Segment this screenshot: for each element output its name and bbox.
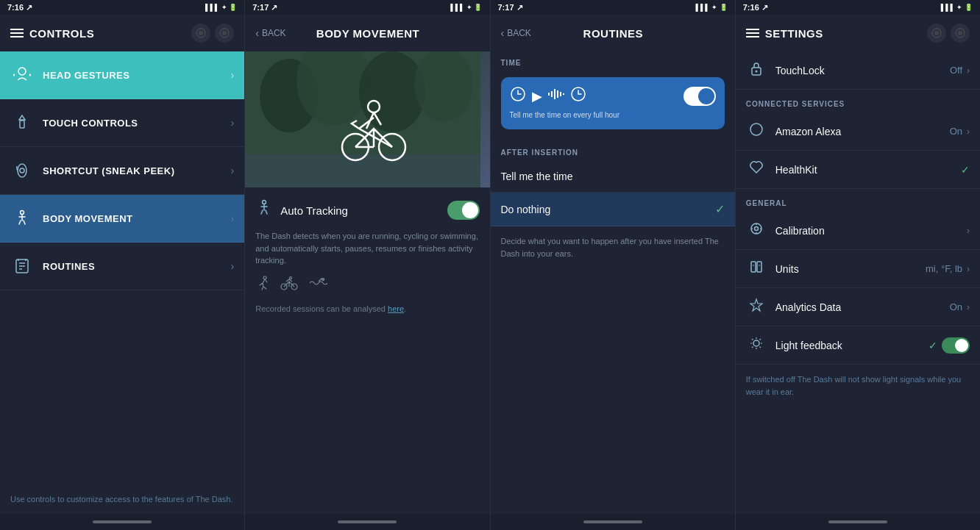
svg-point-40 [751,223,761,234]
healthkit-check: ✓ [961,164,970,176]
running-icon [255,276,270,294]
svg-rect-27 [551,91,553,97]
units-value: mi, °F, lb [926,263,962,274]
waveform-icon [548,88,564,104]
svg-rect-31 [563,93,564,95]
after-insertion-section: AFTER INSERTION Tell me the time Do noth… [491,141,735,226]
tracking-description: The Dash detects when you are running, c… [255,230,479,267]
svg-point-7 [20,168,24,173]
routines-back[interactable]: ‹ BACK [501,27,531,39]
settings-earbud-left [927,24,946,43]
routines-title: ROUTINES [583,27,644,40]
body-movement-label: BODY MOVEMENT [43,213,133,224]
status-segment-4: 7:16 ↗ ▌▌▌ ✦ 🔋 [736,0,980,15]
light-feedback-toggle[interactable] [942,337,970,354]
controls-footer: Use controls to customize access to the … [0,484,244,515]
analytics-icon [746,298,767,316]
body-movement-chevron: › [231,212,235,224]
settings-header-icons [927,24,970,43]
auto-tracking-toggle[interactable] [447,201,480,220]
amazon-alexa-row[interactable]: Amazon Alexa On › [736,112,980,151]
settings-earbud-right [951,24,970,43]
light-feedback-row[interactable]: Light feedback ✓ [736,326,980,365]
menu-body-movement[interactable]: BODY MOVEMENT › [0,195,244,243]
time-1: 7:16 ↗ [7,3,32,12]
settings-header: SETTINGS [736,15,980,51]
touch-controls-chevron: › [231,117,235,129]
settings-hamburger[interactable] [746,29,759,37]
svg-rect-15 [245,154,480,187]
general-label: GENERAL [736,189,980,212]
healthkit-icon [746,160,767,179]
body-movement-icon [10,207,34,230]
menu-shortcut[interactable]: SHORTCUT (SNEAK PEEK) › [0,147,244,195]
time-toggle[interactable] [683,87,716,106]
controls-title: CONTROLS [29,27,94,40]
screens-container: CONTROLS [0,15,980,514]
svg-point-4 [18,68,26,75]
controls-header-left: CONTROLS [10,27,94,40]
time-card: ▶ [501,77,725,129]
tell-time-label: Tell me the time [501,171,573,182]
touchlock-icon [746,61,767,79]
svg-rect-26 [548,93,550,96]
hamburger-icon[interactable] [10,29,24,37]
body-movement-content: Auto Tracking The Dash detects when you … [245,187,489,325]
svg-point-23 [290,276,292,279]
routines-header: ‹ BACK ROUTINES [491,15,735,51]
head-gestures-icon [10,63,34,87]
clock-icon [570,86,586,106]
time-2: 7:17 ↗ [252,3,277,12]
svg-point-3 [222,31,227,35]
settings-footer: If switched off The Dash will not show l… [736,365,980,407]
screen-body-movement: ‹ BACK BODY MOVEMENT [245,15,490,514]
here-link[interactable]: here [388,304,404,313]
svg-point-6 [18,164,26,177]
cycling-icon [280,276,298,294]
option-do-nothing[interactable]: Do nothing ✓ [491,193,735,226]
shortcut-label: SHORTCUT (SNEAK PEEK) [43,165,175,176]
units-chevron: › [967,264,970,274]
svg-rect-29 [557,90,558,98]
head-gestures-label: HEAD GESTURES [43,70,129,81]
touchlock-label: TouchLock [775,65,825,76]
option-tell-time[interactable]: Tell me the time [491,161,735,193]
analytics-row[interactable]: Analytics Data On › [736,288,980,326]
back-label: BACK [262,28,286,38]
calibration-chevron: › [967,226,970,236]
screen-settings: SETTINGS [736,15,980,514]
calibration-row[interactable]: Calibration › [736,212,980,250]
icons-1: ▌▌▌ ✦ 🔋 [205,4,237,11]
body-movement-header: ‹ BACK BODY MOVEMENT [245,15,489,51]
units-row[interactable]: Units mi, °F, lb › [736,250,980,288]
play-icon: ▶ [532,88,542,104]
earbud-icon-left [191,24,210,43]
amazon-alexa-icon [746,122,767,140]
menu-routines[interactable]: ROUTINES › [0,243,244,290]
routines-back-arrow: ‹ [501,27,505,39]
after-insertion-label: AFTER INSERTION [491,141,735,161]
svg-rect-5 [20,121,24,128]
calibration-icon [746,221,767,240]
time-section-label: TIME [491,51,735,71]
light-feedback-icon [746,336,767,354]
menu-head-gestures[interactable]: HEAD GESTURES › [0,51,244,99]
svg-point-41 [754,227,758,231]
svg-point-34 [934,31,939,35]
clock-start-icon [510,86,526,106]
touchlock-row[interactable]: TouchLock Off › [736,51,980,90]
recorded-text: Recorded sessions can be analysed here. [255,304,479,313]
decide-text: Decide what you want to happen after you… [491,226,735,268]
connected-services-label: CONNECTED SERVICES [736,90,980,112]
body-movement-back[interactable]: ‹ BACK [255,27,285,39]
amazon-alexa-chevron: › [967,126,970,137]
menu-touch-controls[interactable]: TOUCH CONTROLS › [0,99,244,147]
healthkit-row[interactable]: HealthKit ✓ [736,151,980,189]
controls-header-icons [191,24,234,43]
touch-controls-icon [10,111,34,135]
status-bar: 7:16 ↗ ▌▌▌ ✦ 🔋 7:17 ↗ ▌▌▌ ✦ 🔋 7:17 ↗ ▌▌▌… [0,0,980,15]
screen-controls: CONTROLS [0,15,245,514]
svg-point-8 [21,211,24,215]
shortcut-icon [10,159,34,182]
touch-controls-label: TOUCH CONTROLS [43,118,138,129]
